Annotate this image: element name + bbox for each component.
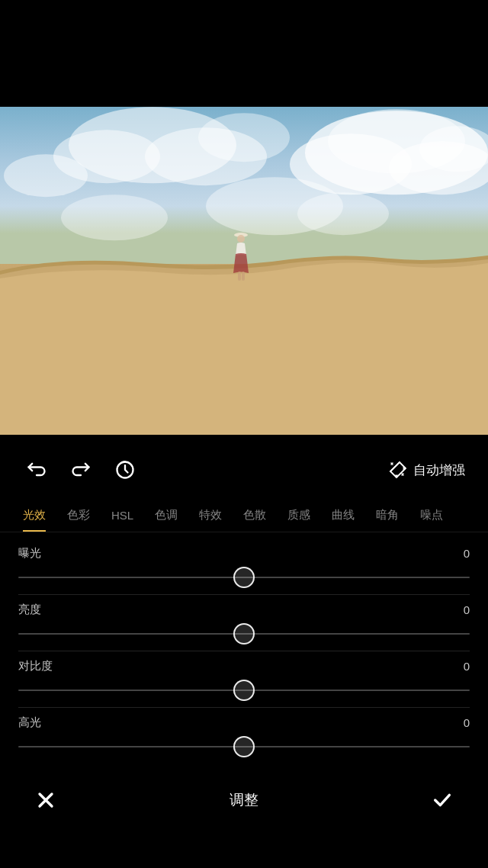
slider-track-contrast xyxy=(18,690,470,691)
slider-track-container-brightness[interactable] xyxy=(18,625,470,643)
tab-texiao[interactable]: 特效 xyxy=(188,499,233,532)
photo-area xyxy=(0,107,488,435)
slider-label-highlight: 高光 xyxy=(18,715,41,730)
action-bar: 调整 xyxy=(0,770,488,838)
toolbar-left xyxy=(23,456,139,484)
tab-zhigan[interactable]: 质感 xyxy=(277,499,321,532)
undo-button[interactable] xyxy=(23,456,50,484)
reset-button[interactable] xyxy=(111,456,139,484)
slider-thumb-highlight[interactable] xyxy=(233,736,255,757)
slider-value-highlight: 0 xyxy=(464,716,470,729)
slider-header-exposure: 曝光 0 xyxy=(18,546,470,561)
magic-wand-icon xyxy=(389,461,407,479)
slider-value-exposure: 0 xyxy=(464,547,470,560)
tab-setiao[interactable]: 色调 xyxy=(144,499,188,532)
slider-track-highlight xyxy=(18,746,470,747)
slider-label-exposure: 曝光 xyxy=(18,546,41,561)
svg-rect-15 xyxy=(238,272,241,281)
sliders-area: 曝光 0 亮度 0 xyxy=(0,532,488,770)
svg-point-14 xyxy=(237,235,245,243)
slider-track-container-highlight[interactable] xyxy=(18,738,470,756)
slider-header-contrast: 对比度 0 xyxy=(18,659,470,674)
slider-track-brightness xyxy=(18,633,470,635)
slider-value-brightness: 0 xyxy=(464,603,470,616)
tab-hsl[interactable]: HSL xyxy=(101,500,144,531)
redo-button[interactable] xyxy=(67,456,95,484)
top-black-bar xyxy=(0,0,488,107)
tab-quxian[interactable]: 曲线 xyxy=(321,499,365,532)
slider-row-highlight: 高光 0 xyxy=(0,708,488,764)
slider-header-highlight: 高光 0 xyxy=(18,715,470,730)
slider-header-brightness: 亮度 0 xyxy=(18,603,470,617)
slider-track-container-contrast[interactable] xyxy=(18,681,470,699)
close-button[interactable] xyxy=(30,785,61,815)
bottom-panel: 自动增强 光效 色彩 HSL 色调 特效 色散 质感 曲线 暗角 噪点 曝光 0 xyxy=(0,435,488,838)
tab-zaodian[interactable]: 噪点 xyxy=(409,499,454,532)
tab-anjiao[interactable]: 暗角 xyxy=(365,499,409,532)
slider-track-container-exposure[interactable] xyxy=(18,568,470,587)
slider-label-contrast: 对比度 xyxy=(18,659,53,674)
auto-enhance-label: 自动增强 xyxy=(413,461,465,479)
confirm-button[interactable] xyxy=(427,785,458,815)
slider-track-exposure xyxy=(18,577,470,578)
tab-guangxiao[interactable]: 光效 xyxy=(12,499,56,532)
slider-thumb-exposure[interactable] xyxy=(233,567,255,588)
tab-secai[interactable]: 色彩 xyxy=(56,499,101,532)
slider-row-exposure: 曝光 0 xyxy=(0,538,488,594)
slider-value-contrast: 0 xyxy=(464,660,470,673)
auto-enhance-button[interactable]: 自动增强 xyxy=(389,461,465,479)
toolbar: 自动增强 xyxy=(0,435,488,499)
slider-row-brightness: 亮度 0 xyxy=(0,595,488,651)
slider-thumb-brightness[interactable] xyxy=(233,623,255,645)
tab-bar: 光效 色彩 HSL 色调 特效 色散 质感 曲线 暗角 噪点 xyxy=(0,499,488,532)
slider-thumb-contrast[interactable] xyxy=(233,680,255,701)
figure xyxy=(230,231,252,285)
slider-label-brightness: 亮度 xyxy=(18,603,41,617)
action-title: 调整 xyxy=(230,790,258,810)
tab-sesan[interactable]: 色散 xyxy=(233,499,277,532)
slider-row-contrast: 对比度 0 xyxy=(0,651,488,707)
svg-rect-16 xyxy=(242,272,245,281)
